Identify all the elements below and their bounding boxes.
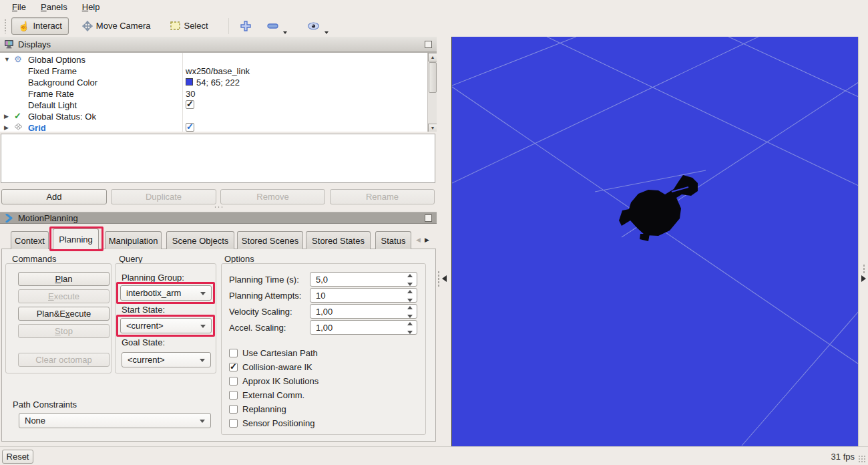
reset-button[interactable]: Reset xyxy=(2,450,33,464)
replanning-checkbox[interactable] xyxy=(229,405,238,414)
planning-time-spinbox[interactable]: 5,0 xyxy=(310,272,417,287)
motionplanning-panel-header[interactable]: MotionPlanning xyxy=(0,212,437,224)
left-splitter[interactable] xyxy=(437,37,451,446)
3d-viewport[interactable] xyxy=(451,37,858,446)
default-light-checkbox[interactable] xyxy=(186,100,194,109)
tab-context[interactable]: Context xyxy=(11,231,49,249)
sensor-positioning-checkbox[interactable] xyxy=(229,419,238,428)
query-section-label: Query xyxy=(119,254,142,264)
background-color-value[interactable]: 54; 65; 222 xyxy=(196,78,240,88)
move-camera-tool-button[interactable]: Move Camera xyxy=(75,17,158,35)
approx-ik-solutions-checkbox[interactable] xyxy=(229,377,238,385)
menu-file[interactable]: File xyxy=(5,1,33,14)
planning-time-label: Planning Time (s): xyxy=(229,275,299,285)
tab-stored-scenes[interactable]: Stored Scenes xyxy=(237,231,303,249)
tree-row-global-status[interactable]: ▶ ✓ Global Status: Ok xyxy=(0,111,427,122)
tab-stored-states[interactable]: Stored States xyxy=(306,231,371,249)
move-arrows-icon xyxy=(82,21,93,31)
plan-and-execute-button[interactable]: Plan & Execute xyxy=(18,307,110,321)
tab-scroll-left-icon[interactable]: ◀ xyxy=(415,235,422,245)
tree-row-fixed-frame[interactable]: Fixed Frame wx250/base_link xyxy=(0,65,427,77)
displays-panel-header[interactable]: Displays xyxy=(0,37,437,52)
scroll-down-icon[interactable]: ▼ xyxy=(428,124,437,132)
menu-panels[interactable]: Panels xyxy=(34,1,74,14)
expand-arrow-icon[interactable]: ▶ xyxy=(4,113,9,120)
fixed-frame-value[interactable]: wx250/base_link xyxy=(186,66,250,76)
spinner-arrows-icon[interactable] xyxy=(406,322,414,334)
tab-status[interactable]: Status xyxy=(375,231,411,249)
green-check-icon: ✓ xyxy=(14,111,21,121)
frame-rate-value[interactable]: 30 xyxy=(186,89,195,99)
expand-right-panel-icon[interactable] xyxy=(861,275,866,282)
scrollbar-thumb[interactable] xyxy=(429,62,437,93)
accel-scaling-spinbox[interactable]: 1,00 xyxy=(310,320,417,335)
tab-planning[interactable]: Planning xyxy=(53,228,99,249)
select-tool-button[interactable]: Select xyxy=(164,17,214,35)
ground-grid-lines xyxy=(452,37,859,446)
menu-help[interactable]: Help xyxy=(75,1,107,14)
spinner-arrows-icon[interactable] xyxy=(406,274,414,286)
remove-display-button: Remove xyxy=(220,189,325,204)
tree-row-background-color[interactable]: Background Color 54; 65; 222 xyxy=(0,77,427,88)
planning-attempts-spinbox[interactable]: 10 xyxy=(310,288,417,303)
tab-scroll-right-icon[interactable]: ▶ xyxy=(423,235,431,245)
scroll-up-icon[interactable]: ▲ xyxy=(428,53,437,61)
tree-row-default-light[interactable]: Default Light xyxy=(0,100,427,111)
window-resize-grip[interactable] xyxy=(858,455,866,463)
spinner-arrows-icon[interactable] xyxy=(406,290,414,302)
spinner-arrows-icon[interactable] xyxy=(406,306,414,318)
zoom-in-plus-icon xyxy=(240,21,251,31)
chevron-down-icon xyxy=(200,292,206,295)
displays-tree[interactable]: ▼ ⚙ Global Options Fixed Frame wx250/bas… xyxy=(0,52,437,132)
tree-row-global-options[interactable]: ▼ ⚙ Global Options xyxy=(0,54,427,65)
goal-state-dropdown[interactable]: <current> xyxy=(122,352,211,367)
stop-button: Stop xyxy=(18,324,110,338)
gear-icon: ⚙ xyxy=(14,54,22,64)
panel-splitter-handle[interactable] xyxy=(214,206,224,209)
external-comm-checkbox[interactable] xyxy=(229,391,238,400)
move-camera-label: Move Camera xyxy=(96,21,151,31)
eye-visibility-icon xyxy=(307,21,320,31)
interact-tool-button[interactable]: ☝ Interact xyxy=(11,17,69,35)
zoom-out-button[interactable] xyxy=(262,17,296,35)
planning-group-label: Planning Group: xyxy=(122,273,184,283)
duplicate-display-button: Duplicate xyxy=(111,189,216,204)
execute-button: Execute xyxy=(18,289,110,303)
tab-manipulation[interactable]: Manipulation xyxy=(105,231,162,249)
visibility-caret-icon[interactable] xyxy=(324,31,329,34)
tree-row-frame-rate[interactable]: Frame Rate 30 xyxy=(0,88,427,100)
tree-scrollbar[interactable]: ▲ ▼ xyxy=(427,53,437,132)
right-splitter[interactable] xyxy=(858,37,868,446)
color-swatch[interactable] xyxy=(186,78,193,86)
expand-arrow-icon[interactable]: ▶ xyxy=(4,124,9,131)
toolbar-separator xyxy=(228,18,229,34)
path-constraints-dropdown[interactable]: None xyxy=(19,413,211,428)
velocity-scaling-spinbox[interactable]: 1,00 xyxy=(310,304,417,319)
collapse-arrow-icon[interactable]: ▼ xyxy=(4,56,10,63)
menu-bar: File Panels Help xyxy=(0,0,868,15)
displays-float-button[interactable] xyxy=(425,41,432,48)
clear-octomap-button: Clear octomap xyxy=(18,353,110,367)
add-display-button[interactable]: Add xyxy=(1,189,107,204)
selection-box-icon xyxy=(170,21,180,30)
zoom-in-button[interactable] xyxy=(236,17,256,35)
use-cartesian-path-checkbox[interactable] xyxy=(229,349,238,357)
chevron-down-icon xyxy=(200,420,205,423)
start-state-dropdown[interactable]: <current> xyxy=(120,318,212,333)
collapse-left-panel-icon[interactable] xyxy=(442,275,447,282)
plan-button[interactable]: Plan xyxy=(18,272,110,286)
visibility-button[interactable] xyxy=(302,17,337,35)
monitor-icon xyxy=(4,39,14,49)
tree-row-grid[interactable]: ▶ Grid xyxy=(0,122,427,132)
path-constraints-label: Path Constraints xyxy=(13,400,77,410)
grid-checkbox[interactable] xyxy=(186,123,194,132)
planning-attempts-label: Planning Attempts: xyxy=(229,291,301,301)
tab-scene-objects[interactable]: Scene Objects xyxy=(166,231,234,249)
toolbar-drag-handle[interactable] xyxy=(4,19,7,33)
motionplanning-float-button[interactable] xyxy=(425,214,432,222)
zoom-out-caret-icon[interactable] xyxy=(283,31,287,34)
rviz-window: File Panels Help ☝ Interact Move Camera … xyxy=(0,0,868,465)
render-canvas xyxy=(452,37,859,446)
planning-group-dropdown[interactable]: interbotix_arm xyxy=(120,285,212,301)
collision-aware-ik-checkbox[interactable] xyxy=(229,363,238,371)
